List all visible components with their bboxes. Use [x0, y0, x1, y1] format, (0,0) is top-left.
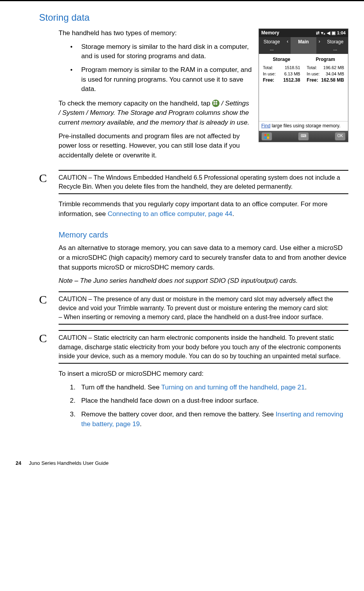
section-heading: Storing data: [39, 12, 348, 23]
guide-title: Juno Series Handhelds User Guide: [29, 460, 109, 466]
step3-post: .: [140, 420, 142, 428]
bullet-storage-memory: Storage memory is similar to the hard di…: [70, 42, 348, 61]
caution-text-2: CAUTION – The presence of any dust or mo…: [59, 291, 348, 325]
caution-icon-2: C: [39, 291, 59, 305]
windows-flag-icon: [264, 134, 269, 139]
caution-icon-3: C: [39, 330, 59, 344]
memcards-intro: As an alternative to storage memory, you…: [59, 243, 348, 272]
start-button[interactable]: [261, 132, 272, 141]
svg-rect-2: [264, 137, 266, 139]
link-connecting-office[interactable]: Connecting to an office computer, page 4…: [108, 210, 232, 218]
svg-rect-3: [267, 137, 269, 139]
connectivity-icon: ⇄: [316, 30, 319, 36]
step3-pre: Remove the battery cover door, and then …: [81, 411, 276, 418]
link-turning-on-off[interactable]: Turning on and turning off the handheld,…: [161, 384, 305, 391]
recommend-para: Trimble recommends that you regularly co…: [59, 200, 348, 219]
caution-icon-1: C: [39, 170, 59, 184]
step-2: Place the handheld face down on a dust-f…: [77, 396, 348, 406]
bullet-program-memory: Program memory is similar to the RAM in …: [70, 65, 348, 94]
wm-status-icons: ⇄ ▾ₓ ◀ ▣ 1:04: [316, 30, 346, 36]
step1-pre: Turn off the handheld. See: [81, 384, 161, 391]
memory-cards-heading: Memory cards: [59, 230, 348, 239]
page-number: 24: [16, 460, 21, 466]
svg-rect-0: [264, 134, 266, 136]
caution-text-1: CAUTION – The Windows Embedded Handheld …: [59, 170, 348, 194]
keyboard-button[interactable]: ⌨: [298, 132, 309, 141]
step1-post: .: [305, 384, 307, 391]
sdio-note: Note – The Juno series handheld does not…: [59, 276, 348, 286]
page-footer: 24 Juno Series Handhelds User Guide: [16, 460, 348, 466]
start-orb-icon: [212, 100, 219, 107]
wm-title: Memory: [261, 30, 279, 36]
check-memory-pre: To check the memory capacity on the hand…: [59, 100, 212, 107]
ok-button[interactable]: OK: [335, 132, 346, 141]
caution-text-3: CAUTION – Static electricity can harm el…: [59, 330, 348, 364]
find-link-rest: large files using storage memory.: [270, 123, 340, 129]
battery-icon: ▣: [332, 30, 335, 36]
recommend-post: .: [232, 210, 234, 218]
find-link[interactable]: Find: [261, 123, 270, 129]
step-1: Turn off the handheld. See Turning on an…: [77, 383, 348, 393]
svg-rect-1: [267, 134, 269, 136]
clock-text: 1:04: [337, 30, 346, 36]
step-3: Remove the battery cover door, and then …: [77, 410, 348, 429]
keyboard-icon: ⌨: [301, 133, 306, 139]
volume-icon: ◀: [327, 30, 330, 36]
signal-icon: ▾ₓ: [321, 30, 325, 36]
insert-intro: To insert a microSD or microSDHC memory …: [59, 369, 348, 379]
